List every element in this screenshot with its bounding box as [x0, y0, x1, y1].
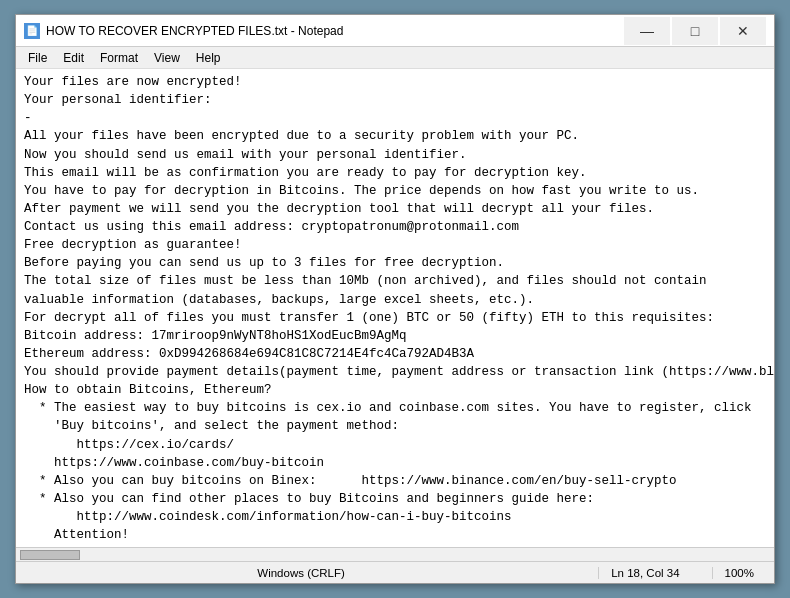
- scroll-thumb[interactable]: [20, 550, 80, 560]
- notepad-icon: 📄: [24, 23, 40, 39]
- encoding-status: Windows (CRLF): [24, 567, 578, 579]
- menu-help[interactable]: Help: [188, 49, 229, 67]
- text-content[interactable]: Your files are now encrypted! Your perso…: [16, 69, 774, 547]
- title-bar: 📄 HOW TO RECOVER ENCRYPTED FILES.txt - N…: [16, 15, 774, 47]
- zoom-status: 100%: [712, 567, 766, 579]
- menu-format[interactable]: Format: [92, 49, 146, 67]
- menu-file[interactable]: File: [20, 49, 55, 67]
- line-col-status: Ln 18, Col 34: [598, 567, 691, 579]
- notepad-window: 📄 HOW TO RECOVER ENCRYPTED FILES.txt - N…: [15, 14, 775, 584]
- status-bar: Windows (CRLF) Ln 18, Col 34 100%: [16, 561, 774, 583]
- maximize-button[interactable]: □: [672, 17, 718, 45]
- title-bar-left: 📄 HOW TO RECOVER ENCRYPTED FILES.txt - N…: [24, 23, 343, 39]
- close-button[interactable]: ✕: [720, 17, 766, 45]
- menu-view[interactable]: View: [146, 49, 188, 67]
- horizontal-scrollbar[interactable]: [16, 547, 774, 561]
- menu-edit[interactable]: Edit: [55, 49, 92, 67]
- minimize-button[interactable]: —: [624, 17, 670, 45]
- title-buttons: — □ ✕: [624, 17, 766, 45]
- window-title: HOW TO RECOVER ENCRYPTED FILES.txt - Not…: [46, 24, 343, 38]
- menu-bar: File Edit Format View Help: [16, 47, 774, 69]
